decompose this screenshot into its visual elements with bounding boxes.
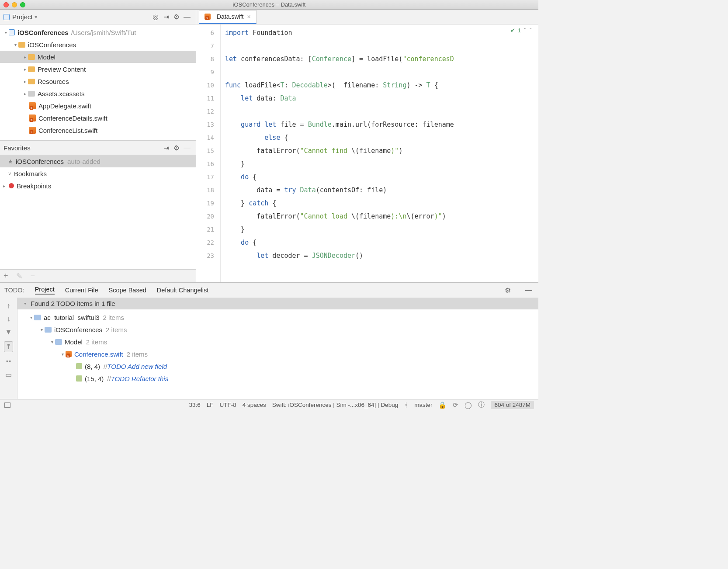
project-dropdown-icon[interactable] bbox=[3, 14, 10, 20]
autoscroll-icon[interactable]: ⤒ bbox=[4, 341, 13, 352]
chevron-down-icon[interactable]: ▾ bbox=[3, 30, 9, 35]
traffic-lights bbox=[3, 2, 25, 7]
indent-setting[interactable]: 4 spaces bbox=[243, 402, 266, 408]
todo-line-icon bbox=[76, 363, 82, 369]
tree-item-resources[interactable]: ▸ Resources bbox=[0, 75, 196, 87]
collapse-icon[interactable]: ⇥ bbox=[161, 144, 171, 152]
folder-icon bbox=[28, 66, 35, 72]
folder-icon bbox=[34, 315, 41, 320]
todo-tab-scope-based[interactable]: Scope Based bbox=[109, 287, 146, 294]
editor-tabs: Data.swift × bbox=[196, 10, 538, 24]
tab-data-swift[interactable]: Data.swift × bbox=[199, 10, 257, 24]
chevron-down-icon[interactable]: ▾ bbox=[22, 301, 28, 306]
caret-position[interactable]: 33:6 bbox=[189, 402, 200, 408]
chevron-down-icon[interactable]: ▾ bbox=[38, 327, 45, 332]
todo-row-project[interactable]: ▾ ac_tutorial_swiftui3 2 items bbox=[17, 311, 538, 323]
checkmark-icon: ✔ bbox=[510, 27, 515, 34]
gear-icon[interactable]: ⚙ bbox=[171, 144, 182, 152]
gear-icon[interactable]: ⚙ bbox=[171, 13, 182, 21]
close-window-button[interactable] bbox=[3, 2, 9, 7]
sync-icon[interactable]: ⟳ bbox=[453, 401, 458, 409]
folder-icon bbox=[28, 54, 35, 60]
project-view-label[interactable]: Project bbox=[12, 13, 33, 21]
add-icon[interactable]: + bbox=[3, 271, 8, 281]
edit-icon[interactable]: ✎ bbox=[16, 271, 23, 281]
editor-body[interactable]: ✔ 1 ˄ ˅ 678 91011 121314 151617 181920 2… bbox=[196, 24, 538, 282]
minimize-panel-icon[interactable]: — bbox=[523, 286, 534, 294]
line-gutter[interactable]: 678 91011 121314 151617 181920 212223 bbox=[196, 24, 221, 282]
swift-file-icon bbox=[29, 114, 36, 121]
todo-row-conference-swift[interactable]: ▾ Conference.swift 2 items bbox=[17, 348, 538, 360]
chevron-down-icon[interactable]: ▾ bbox=[59, 352, 66, 357]
window-title: iOSConferences – Data.swift bbox=[233, 1, 306, 8]
todo-item-2[interactable]: (15, 4) // TODO Refactor this bbox=[17, 372, 538, 385]
arrow-up-icon[interactable]: ↑ bbox=[7, 302, 10, 310]
tree-item-model[interactable]: ▸ Model bbox=[0, 51, 196, 63]
tree-root[interactable]: ▾ iOSConferences /Users/jsmith/Swift/Tut bbox=[0, 26, 196, 38]
locate-icon[interactable]: ◎ bbox=[150, 13, 161, 21]
chevron-right-icon[interactable]: ▸ bbox=[22, 79, 28, 84]
next-highlight-icon[interactable]: ˅ bbox=[529, 27, 532, 34]
tree-item-preview-content[interactable]: ▸ Preview Content bbox=[0, 63, 196, 75]
tree-item-conferencelist[interactable]: ConferenceList.swift bbox=[0, 124, 196, 136]
file-encoding[interactable]: UTF-8 bbox=[219, 402, 236, 408]
breakpoint-icon bbox=[9, 183, 14, 188]
todo-tab-default-changelist[interactable]: Default Changelist bbox=[157, 287, 209, 294]
statusbar-rect-icon[interactable] bbox=[4, 402, 10, 408]
todo-tab-current-file[interactable]: Current File bbox=[65, 287, 98, 294]
todo-tab-project[interactable]: Project bbox=[35, 286, 55, 295]
memory-indicator[interactable]: 604 of 2487M bbox=[491, 401, 534, 409]
preview-icon[interactable]: ▭ bbox=[5, 371, 12, 379]
lock-icon[interactable]: 🔒 bbox=[438, 401, 447, 409]
project-tree[interactable]: ▾ iOSConferences /Users/jsmith/Swift/Tut… bbox=[0, 24, 196, 140]
todo-tree[interactable]: ▾ ac_tutorial_swiftui3 2 items ▾ iOSConf… bbox=[17, 309, 538, 386]
git-branch[interactable]: master bbox=[414, 402, 432, 408]
zoom-window-button[interactable] bbox=[20, 2, 25, 7]
minimize-panel-icon[interactable]: — bbox=[182, 144, 192, 152]
minimize-window-button[interactable] bbox=[12, 2, 17, 7]
project-sidebar: Project ▾ ◎ ⇥ ⚙ — ▾ iOSConferences /User… bbox=[0, 10, 196, 282]
filter-icon[interactable]: ▼ bbox=[5, 328, 12, 336]
chevron-right-icon[interactable]: ▸ bbox=[1, 184, 7, 188]
tree-root-path: /Users/jsmith/Swift/Tut bbox=[71, 29, 136, 36]
branch-icon: ᚼ bbox=[404, 401, 408, 409]
favorite-iosconferences[interactable]: ★ iOSConferences auto-added bbox=[0, 155, 196, 167]
inspection-widget[interactable]: ✔ 1 ˄ ˅ bbox=[510, 27, 532, 34]
chevron-right-icon[interactable]: ▸ bbox=[22, 91, 28, 96]
tree-item-assets[interactable]: ▸ Assets.xcassets bbox=[0, 87, 196, 100]
favorite-bookmarks[interactable]: ∨ Bookmarks bbox=[0, 167, 196, 180]
swift-file-icon bbox=[66, 351, 72, 357]
minimize-panel-icon[interactable]: — bbox=[182, 13, 192, 21]
prev-highlight-icon[interactable]: ˄ bbox=[523, 27, 527, 34]
swift-file-icon bbox=[29, 127, 36, 134]
favorite-breakpoints[interactable]: ▸ Breakpoints bbox=[0, 180, 196, 192]
chevron-down-icon[interactable]: ▾ bbox=[28, 315, 34, 320]
chevron-down-icon[interactable]: ▾ bbox=[12, 42, 18, 47]
todo-row-model[interactable]: ▾ Model 2 items bbox=[17, 336, 538, 348]
todo-item-1[interactable]: (8, 4) // TODO Add new field bbox=[17, 360, 538, 372]
todo-row-iosconferences[interactable]: ▾ iOSConferences 2 items bbox=[17, 323, 538, 336]
info-icon[interactable]: ⓘ bbox=[478, 401, 485, 409]
collapse-icon[interactable]: ⇥ bbox=[161, 13, 171, 21]
tree-item-iosconferences[interactable]: ▾ iOSConferences bbox=[0, 38, 196, 51]
arrow-down-icon[interactable]: ↓ bbox=[7, 315, 10, 323]
chevron-down-icon[interactable]: ▾ bbox=[35, 14, 38, 20]
project-tool-header: Project ▾ ◎ ⇥ ⚙ — bbox=[0, 10, 196, 24]
remove-icon[interactable]: − bbox=[31, 271, 35, 281]
line-ending[interactable]: LF bbox=[207, 402, 214, 408]
gear-icon[interactable]: ⚙ bbox=[503, 286, 513, 295]
search-icon[interactable]: ◯ bbox=[465, 401, 472, 409]
todo-summary[interactable]: ▾ Found 2 TODO items in 1 file bbox=[17, 298, 538, 309]
tree-item-conferencedetails[interactable]: ConferenceDetails.swift bbox=[0, 112, 196, 124]
close-icon[interactable]: × bbox=[247, 13, 250, 20]
tree-root-name: iOSConferences bbox=[17, 29, 69, 36]
assets-icon bbox=[28, 91, 35, 97]
chevron-down-icon[interactable]: ▾ bbox=[49, 340, 55, 344]
chevron-right-icon[interactable]: ▸ bbox=[22, 67, 28, 72]
chevron-right-icon[interactable]: ▸ bbox=[22, 55, 28, 59]
window-titlebar: iOSConferences – Data.swift bbox=[0, 0, 538, 10]
tree-item-appdelegate[interactable]: AppDelegate.swift bbox=[0, 100, 196, 112]
group-icon[interactable]: ▪▪ bbox=[6, 357, 11, 365]
run-target[interactable]: Swift: iOSConferences | Sim -...x86_64] … bbox=[272, 402, 398, 408]
code-editor[interactable]: import Foundation let conferencesData: [… bbox=[221, 24, 538, 282]
